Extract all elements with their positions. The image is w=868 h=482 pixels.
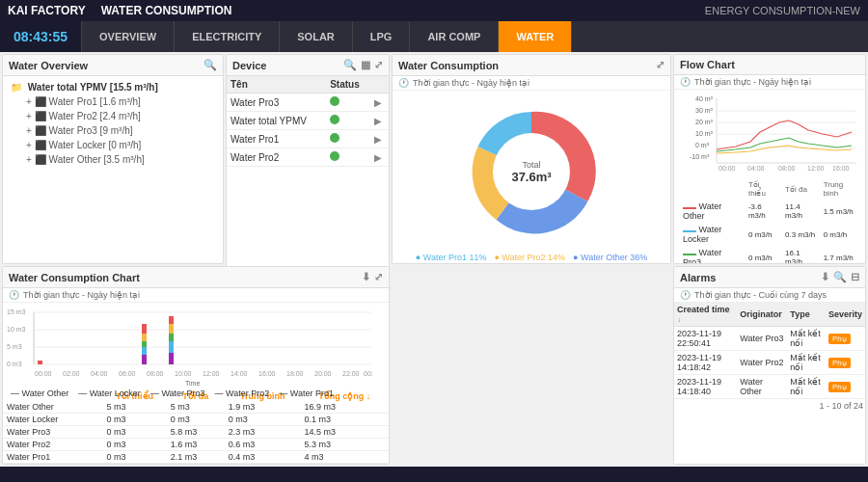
device-tbody: Water Pro3▶Water total YPMV▶Water Pro1▶W… [227,94,389,167]
legend-water-other: — Water Other [11,388,68,398]
nav-water[interactable]: WATER [499,21,572,52]
alarm-col-sev: Severity [826,303,865,327]
nav-overview[interactable]: OVERVIEW [82,21,175,52]
wc-data-table: Tối thiểu Tối đa Trung bình Tổng cộng ↓ … [3,391,389,464]
device-header: Device 🔍 ▦ ⤢ [227,55,389,76]
search-icon[interactable]: 🔍 [343,59,357,71]
factory-title: KAI FACTORY [8,4,86,17]
alarm-tbody: 2023-11-19 22:50:41Water Pro3Mất kết nối… [674,327,865,399]
nav-lpg[interactable]: LPG [353,21,411,52]
svg-text:12:00: 12:00 [203,370,220,377]
fullscreen-icon[interactable]: ⤢ [656,59,665,71]
consumption-panel: Water Consumption ⤢ 🕐 Thời gian thực - N… [392,54,671,264]
svg-text:04:00: 04:00 [91,370,108,377]
status-dot [330,96,339,106]
water-overview-content: 📁 Water total YPMV [15.5 m³/h] +⬛ Water … [3,76,223,171]
svg-text:08:00: 08:00 [778,165,796,172]
legend-other: ● Water Other 36% [573,253,647,262]
download-icon[interactable]: ⬇ [362,271,370,283]
tree-child-item[interactable]: +⬛ Water Pro2 [2.4 m³/h] [7,109,219,123]
svg-text:40 m³: 40 m³ [695,95,714,102]
water-overview-header: Water Overview 🔍 [3,55,223,76]
table-row: Water Other5 m35 m31.9 m316.9 m3 [3,401,389,414]
svg-text:02:00: 02:00 [63,370,80,377]
svg-rect-27 [38,361,42,364]
alarm-row: 2023-11-19 14:18:42Water Pro2Mất kết nối… [674,351,865,375]
nav-electricity[interactable]: ELECTRICITY [175,21,280,52]
alarms-time: 🕐 Thời gian thực - Cuối cùng 7 days [674,288,865,303]
flow-chart-panel: Flow Chart 🕐 Thời gian thực - Ngày hiện … [673,54,866,264]
tree-child-item[interactable]: +⬛ Water Locker [0 m³/h] [7,138,219,152]
nav-solar[interactable]: SOLAR [280,21,353,52]
download-icon[interactable]: ⬇ [821,271,829,283]
water-overview-title: Water Overview [9,60,88,71]
alarms-icons: ⬇ 🔍 ⊟ [821,271,859,283]
svg-text:16:00: 16:00 [832,165,850,172]
nav-bar: 08:43:55 OVERVIEW ELECTRICITY SOLAR LPG … [0,21,868,52]
alarm-row: 2023-11-19 22:50:41Water Pro3Mất kết nối… [674,327,865,351]
svg-rect-30 [142,341,147,347]
nav-aircomp[interactable]: AIR COMP [410,21,499,52]
severity-badge: Phụ [828,334,851,344]
fullscreen-icon[interactable]: ⤢ [374,271,383,283]
alarm-row: 2023-11-19 14:18:40Water OtherMất kết nố… [674,375,865,399]
expand-icon[interactable]: ⤢ [374,59,383,71]
svg-text:Time: Time [185,380,200,387]
svg-text:06:00: 06:00 [119,370,136,377]
donut-legend: ● Water Pro1 11% ● Water Pro2 14% ● Wate… [396,253,666,264]
alarms-panel: Alarms ⬇ 🔍 ⊟ 🕐 Thời gian thực - Cuối cùn… [673,266,866,465]
search-icon[interactable]: 🔍 [203,59,217,71]
search-icon[interactable]: 🔍 [833,271,847,283]
wc-icons: ⬇ ⤢ [362,271,383,283]
svg-rect-35 [169,334,174,341]
col-max: Tối đa [782,179,819,199]
status-dot [330,115,339,124]
svg-text:15 m3: 15 m3 [7,308,26,315]
svg-text:0 m3: 0 m3 [7,361,22,367]
wc-table-body: Water Other5 m35 m31.9 m316.9 m3Water Lo… [3,401,389,464]
col-action [370,76,389,94]
tree-child-item[interactable]: +⬛ Water Other [3.5 m³/h] [7,152,219,167]
wc-chart-header: Water Consumption Chart ⬇ ⤢ [3,267,389,288]
consumption-title: Water Consumption [398,60,499,71]
svg-text:16:00: 16:00 [258,370,276,377]
svg-text:14:00: 14:00 [231,370,248,377]
filter-icon[interactable]: ⊟ [851,271,859,283]
tree-root[interactable]: 📁 Water total YPMV [15.5 m³/h] [7,80,219,94]
alarm-table: Created time ↓ Originator Type Severity … [674,303,865,399]
col-avg: Trung bình [821,179,859,199]
table-row: Water Pro30 m35.8 m32.3 m314.5 m3 [3,426,389,439]
svg-rect-34 [169,324,174,334]
donut-chart: Total 37.6m³ [454,94,609,249]
svg-rect-32 [142,355,147,364]
svg-text:04:00: 04:00 [747,165,765,172]
alarm-col-type: Type [787,303,826,327]
table-row: Water Pro10 m32.1 m30.4 m34 m3 [3,451,389,464]
pagination-info: 1 - 10 of 24 [674,399,865,413]
energy-link[interactable]: ENERGY CONSUMPTION-NEW [705,5,860,16]
tree-child-item[interactable]: +⬛ Water Pro3 [9 m³/h] [7,123,219,138]
donut-center: Total 37.6m³ [511,160,551,184]
wc-chart-title: Water Consumption Chart [9,272,140,283]
legend-water-pro2: — Water Pro2 [215,388,270,398]
svg-text:10 m3: 10 m3 [7,326,26,333]
grid-icon[interactable]: ▦ [361,59,370,71]
table-row: Water Locker0 m30 m30 m30.1 m3 [3,414,389,426]
svg-text:08:00: 08:00 [147,370,164,377]
bar-chart-area: 15 m3 10 m3 5 m3 0 m3 [3,303,389,389]
flow-chart-title: Flow Chart [680,59,735,70]
alarm-col-orig: Originator [737,303,787,327]
tree-child-item[interactable]: +⬛ Water Pro1 [1.6 m³/h] [7,94,219,109]
water-overview-panel: Water Overview 🔍 📁 Water total YPMV [15.… [2,54,224,264]
wc-chart-panel: Water Consumption Chart ⬇ ⤢ 🕐 Thời gian … [2,266,390,465]
consumption-header: Water Consumption ⤢ [393,55,670,76]
flow-svg: 40 m³ 30 m³ 20 m³ 10 m³ 0 m³ -10 m³ 00:0… [678,94,857,175]
consumption-time: 🕐 Thời gian thực - Ngày hiện tại [393,76,670,91]
svg-rect-28 [142,324,147,334]
tree-children: +⬛ Water Pro1 [1.6 m³/h]+⬛ Water Pro2 [2… [7,94,219,167]
flow-chart-inner: 40 m³ 30 m³ 20 m³ 10 m³ 0 m³ -10 m³ 00:0… [674,90,865,264]
wc-table-container: Tối thiểu Tối đa Trung bình Tổng cộng ↓ … [3,389,389,464]
donut-total-label: Total [511,160,551,170]
table-row: Water Pro20 m31.6 m30.6 m35.3 m3 [3,439,389,451]
device-title: Device [232,60,266,71]
